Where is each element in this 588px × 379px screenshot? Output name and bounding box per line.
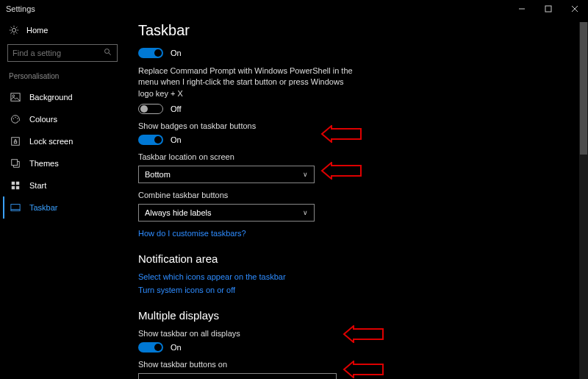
svg-rect-14 xyxy=(12,160,18,166)
toggle-all-displays[interactable] xyxy=(138,342,163,353)
chevron-down-icon: ∨ xyxy=(303,171,308,178)
themes-icon xyxy=(10,158,21,169)
svg-rect-13 xyxy=(14,141,17,144)
palette-icon xyxy=(10,114,21,124)
show-buttons-dropdown[interactable]: Main taskbar and taskbar where window is… xyxy=(138,373,337,379)
sidebar-item-lockscreen[interactable]: Lock screen xyxy=(3,130,121,152)
search-icon xyxy=(104,48,112,58)
taskbar-icon xyxy=(10,202,21,213)
sidebar-item-start[interactable]: Start xyxy=(3,174,121,196)
chevron-down-icon: ∨ xyxy=(303,209,308,216)
combine-dropdown[interactable]: Always hide labels ∨ xyxy=(138,204,315,222)
sidebar-item-label: Lock screen xyxy=(29,137,73,146)
scrollbar-thumb[interactable] xyxy=(580,22,587,155)
notification-heading: Notification area xyxy=(138,252,573,265)
svg-rect-18 xyxy=(16,186,19,189)
page-title: Taskbar xyxy=(138,22,573,39)
svg-rect-17 xyxy=(12,186,15,189)
sidebar-item-taskbar[interactable]: Taskbar xyxy=(3,196,121,219)
search-field[interactable] xyxy=(12,49,93,57)
window-controls xyxy=(509,0,588,18)
sidebar-item-themes[interactable]: Themes xyxy=(3,152,121,174)
svg-rect-16 xyxy=(16,182,19,185)
svg-point-11 xyxy=(17,118,18,118)
titlebar: Settings xyxy=(0,0,588,18)
sidebar-item-label: Background xyxy=(29,93,73,102)
start-icon xyxy=(10,180,21,191)
maximize-button[interactable] xyxy=(535,0,562,18)
svg-line-6 xyxy=(109,53,111,55)
svg-point-10 xyxy=(15,117,15,118)
toggle-1-label: On xyxy=(171,49,182,57)
minimize-button[interactable] xyxy=(509,0,535,18)
svg-rect-1 xyxy=(545,6,551,12)
toggle-1[interactable] xyxy=(138,48,163,58)
svg-point-9 xyxy=(13,118,14,118)
sidebar-item-label: Start xyxy=(29,181,46,190)
toggle-all-displays-label: On xyxy=(171,343,182,352)
gear-icon xyxy=(9,25,19,35)
toggle-powershell-label: Off xyxy=(171,105,181,113)
sidebar: Home Personalisation Background Colours … xyxy=(0,18,123,379)
window-title: Settings xyxy=(6,4,35,13)
location-dropdown[interactable]: Bottom ∨ xyxy=(138,166,315,183)
svg-rect-15 xyxy=(12,182,15,185)
combine-label: Combine taskbar buttons xyxy=(138,191,573,199)
close-button[interactable] xyxy=(562,0,588,18)
show-buttons-label: Show taskbar buttons on xyxy=(138,360,573,369)
multiple-displays-heading: Multiple displays xyxy=(138,309,573,322)
system-icons-link[interactable]: Turn system icons on or off xyxy=(138,286,573,294)
location-value: Bottom xyxy=(145,170,171,179)
main-content: Taskbar On Replace Command Prompt with W… xyxy=(123,18,588,379)
powershell-description: Replace Command Prompt with Windows Powe… xyxy=(138,65,359,99)
lock-icon xyxy=(10,136,21,146)
sidebar-item-background[interactable]: Background xyxy=(3,86,121,108)
section-label: Personalisation xyxy=(3,69,121,83)
toggle-powershell[interactable] xyxy=(138,104,163,114)
toggle-badges-label: On xyxy=(171,135,182,144)
picture-icon xyxy=(10,92,21,102)
sidebar-item-label: Colours xyxy=(29,115,57,124)
home-button[interactable]: Home xyxy=(3,22,121,38)
badges-label: Show badges on taskbar buttons xyxy=(138,121,573,130)
toggle-badges[interactable] xyxy=(138,135,163,145)
location-label: Taskbar location on screen xyxy=(138,152,573,161)
svg-point-4 xyxy=(12,28,15,32)
sidebar-item-label: Taskbar xyxy=(29,203,58,212)
select-icons-link[interactable]: Select which icons appear on the taskbar xyxy=(138,272,573,281)
multi-show-label: Show taskbar on all displays xyxy=(138,329,573,338)
sidebar-item-label: Themes xyxy=(29,159,59,168)
svg-point-5 xyxy=(105,49,110,54)
customise-link[interactable]: How do I customise taskbars? xyxy=(138,229,573,238)
sidebar-item-colours[interactable]: Colours xyxy=(3,108,121,130)
svg-point-8 xyxy=(12,95,15,97)
combine-value: Always hide labels xyxy=(145,208,212,217)
home-label: Home xyxy=(26,26,48,35)
search-input[interactable] xyxy=(7,44,118,62)
